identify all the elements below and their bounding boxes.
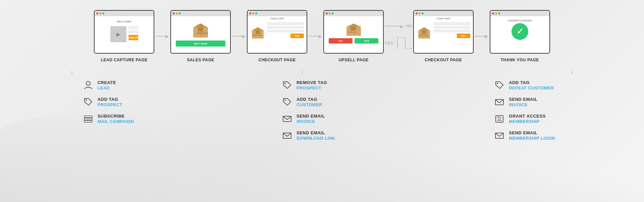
checkout1-page: YOUR CART FRAGILE PAY	[247, 10, 307, 62]
action-grant-access-subtitle: MEMBERSHIP	[509, 119, 546, 124]
box-icon: FRAGILE	[250, 24, 265, 40]
svg-text:✕✕✕: ✕✕✕	[197, 24, 203, 26]
box-icon: FRAGILE	[417, 24, 432, 40]
box-icon: ✕✕✕ FRAGILE	[191, 20, 211, 39]
lead-capture-mockup: WELCOME! SIGN UP	[94, 10, 154, 54]
down-arrow-3: ↓	[570, 68, 574, 75]
dot-green	[255, 12, 257, 14]
person-icon	[83, 80, 94, 91]
upsell-no-btn: NO	[329, 38, 353, 44]
dot-green	[332, 12, 334, 14]
thankyou-check-icon: ✓	[512, 23, 528, 40]
checkout2-title: YOUR CART	[415, 17, 472, 20]
svg-point-25	[284, 99, 286, 101]
action-send-email-membership: SEND EMAIL MEMBERSHIP LOGIN	[494, 130, 561, 141]
dot-yellow	[252, 12, 254, 14]
badge-icon	[494, 114, 505, 124]
down-arrow-1: ↓	[70, 68, 74, 75]
action-send-email-invoice2-subtitle: INVOICE	[509, 102, 537, 107]
svg-marker-16	[418, 27, 430, 30]
action-send-email-download: SEND EMAIL DOWNLOAD LINK	[282, 130, 349, 141]
sales-mockup: ✕✕✕ FRAGILE BUY NOW	[170, 10, 231, 54]
action-grant-access-title: GRANT ACCESS	[509, 114, 546, 119]
action-column-2: REMOVE TAG PROSPECT ADD TAG CUSTOMER	[282, 80, 349, 141]
svg-point-19	[86, 81, 90, 85]
checkout1-input1	[267, 22, 304, 25]
thankyou-label: THANK YOU PAGE	[500, 58, 539, 62]
svg-point-31	[498, 117, 501, 120]
checkout1-input3	[267, 30, 304, 32]
dot-green	[422, 12, 424, 14]
stack-icon	[83, 114, 94, 124]
action-remove-tag-title: REMOVE TAG	[297, 80, 327, 85]
dot-red	[249, 12, 251, 14]
action-add-tag-prospect: ADD TAG PROSPECT	[83, 97, 150, 108]
action-create-lead-title: CREATE	[98, 80, 116, 85]
lead-capture-label: LEAD CAPTURE PAGE	[101, 58, 148, 62]
checkout1-label: CHECKOUT PAGE	[259, 58, 296, 62]
lcp-title: WELCOME!	[117, 20, 131, 23]
arrow-2	[232, 33, 246, 40]
dot-yellow	[495, 12, 497, 14]
svg-point-24	[284, 83, 286, 84]
checkout1-input2	[267, 26, 304, 28]
tag-icon	[282, 80, 292, 91]
dot-red	[96, 12, 98, 14]
upsell-page: FRAGILE NO YES UPSELL PAGE	[323, 10, 384, 62]
dot-red	[416, 12, 418, 14]
action-send-email-download-title: SEND EMAIL	[297, 130, 335, 135]
thankyou-page: CONGRATULATIONS! ✓ THANK YOU PAGE	[490, 10, 550, 62]
svg-point-20	[86, 99, 87, 101]
dot-red	[492, 12, 494, 14]
checkout2-label: CHECKOUT PAGE	[425, 58, 462, 62]
upsell-yes-btn: YES	[355, 38, 378, 44]
action-remove-tag-subtitle: PROSPECT	[297, 85, 327, 90]
action-column-3: ADD TAG REPEAT CUSTOMER SEND EMAIL INVOI…	[494, 80, 561, 141]
dot-green	[179, 12, 181, 14]
branch-yes-label: YES	[384, 41, 393, 46]
svg-text:FRAGILE: FRAGILE	[253, 34, 262, 36]
svg-rect-12	[351, 27, 356, 30]
svg-text:FRAGILE: FRAGILE	[348, 31, 357, 33]
action-send-email-membership-title: SEND EMAIL	[509, 130, 555, 135]
action-send-email-invoice-title: SEND EMAIL	[297, 114, 325, 119]
action-send-email-invoice-subtitle: INVOICE	[297, 119, 325, 124]
checkout1-pay-btn: PAY	[290, 33, 304, 38]
action-remove-tag: REMOVE TAG PROSPECT	[282, 80, 349, 91]
action-column-1: CREATE LEAD ADD TAG PROSPECT	[83, 80, 150, 141]
checkout2-mockup: YOUR CART FRAGILE PAY	[413, 10, 474, 54]
mail-icon	[282, 130, 292, 141]
action-subscribe-title: SUBSCRIBE	[98, 114, 134, 119]
down-arrow-2: ↓	[300, 68, 304, 75]
action-send-email-invoice2-title: SEND EMAIL	[509, 97, 537, 102]
action-add-tag-repeat-subtitle: REPEAT CUSTOMER	[509, 85, 554, 90]
dot-yellow	[99, 12, 101, 14]
action-add-tag-repeat: ADD TAG REPEAT CUSTOMER	[494, 80, 561, 91]
yes-path-connector	[398, 37, 412, 49]
action-send-email-invoice: SEND EMAIL INVOICE	[282, 114, 349, 124]
svg-text:FRAGILE: FRAGILE	[419, 34, 428, 36]
action-create-lead-subtitle: LEAD	[98, 85, 116, 90]
action-send-email-invoice2: SEND EMAIL INVOICE	[494, 97, 561, 108]
arrow-1	[156, 33, 169, 40]
thankyou-title: CONGRATULATIONS!	[508, 19, 532, 22]
svg-point-28	[497, 83, 498, 84]
lcp-play-icon	[110, 26, 126, 42]
action-add-tag-customer: ADD TAG CUSTOMER	[282, 97, 349, 108]
dot-yellow	[419, 12, 421, 14]
svg-rect-22	[84, 118, 92, 120]
dot-yellow	[329, 12, 331, 14]
checkout1-mockup: YOUR CART FRAGILE PAY	[247, 10, 307, 54]
checkout2-input3	[434, 30, 470, 32]
arrow-4	[475, 33, 488, 40]
action-create-lead: CREATE LEAD	[83, 80, 150, 91]
branch-no-label: NO	[406, 23, 413, 28]
tag-icon	[282, 97, 292, 108]
sales-buy-btn: BUY NOW	[176, 41, 225, 47]
checkout2-input2	[434, 26, 470, 28]
checkout2-page: YOUR CART FRAGILE PAY	[413, 10, 474, 62]
dot-green	[498, 12, 500, 14]
tag-icon	[494, 80, 505, 91]
mail-icon	[494, 97, 505, 108]
lcp-input2	[128, 30, 138, 33]
